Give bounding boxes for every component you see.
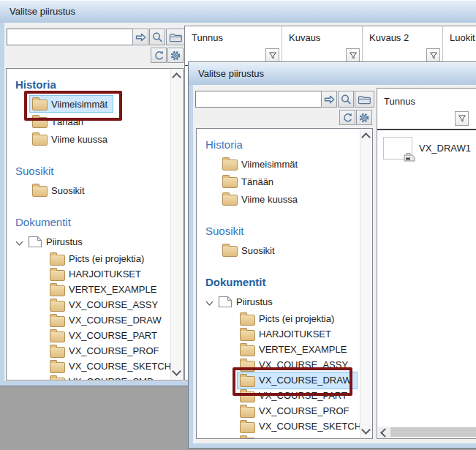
filter-button[interactable] [265,48,279,63]
tree-section-suosikit: Suosikit [15,164,171,179]
tree-item-vx-course-assy[interactable]: VX_COURSE_ASSY [197,357,360,372]
folder-icon [32,135,48,146]
folder-icon [240,391,255,402]
document-icon [28,236,42,248]
filter-funnel-icon [268,51,277,60]
folder-icon [222,177,238,188]
filter-button[interactable] [426,48,440,63]
folder-icon [240,376,255,387]
folder-icon [358,94,371,105]
folder-icon [222,246,238,257]
scroll-left-icon[interactable] [380,428,390,438]
folder-icon [50,331,65,342]
folder-icon [50,347,65,358]
refresh-button[interactable] [151,48,167,63]
tree-item-harjoitukset[interactable]: HARJOITUKSET [7,266,171,282]
gear-icon [358,112,370,124]
tree-item-vx-course-draw[interactable]: VX_COURSE_DRAW [7,312,171,328]
column-tunnus[interactable]: Tunnus [185,26,282,65]
column-luokit[interactable]: Luokit [443,26,476,65]
scroll-up-icon[interactable] [172,72,181,82]
folder-icon [50,316,65,327]
tree-item-harjoitukset[interactable]: HARJOITUKSET [197,326,360,342]
scroll-down-icon[interactable] [172,367,181,376]
search-go-button[interactable] [132,29,148,45]
go-arrow-icon [323,94,336,105]
folder-icon [169,31,183,43]
tree-section-dokumentit: Dokumentit [15,215,171,230]
folder-tree: Historia Viimeisimmät Tänään Viime kuuss… [7,69,171,380]
filter-button[interactable] [455,111,469,126]
folder-icon [222,160,238,170]
browse-folder-button[interactable] [166,29,186,45]
scroll-down-icon[interactable] [361,425,371,435]
tree-item-vertex-example[interactable]: VERTEX_EXAMPLE [197,342,360,357]
column-header-row: Tunnus Kuvaus Kuvaus 2 Luokit [185,26,476,66]
folder-icon [32,117,48,128]
column-kuvaus-2[interactable]: Kuvaus 2 [363,26,443,65]
tree-item-picts[interactable]: Picts (ei projektia) [7,251,171,266]
folder-icon [50,255,65,266]
scrollbar-thumb[interactable] [390,427,476,437]
column-tunnus[interactable]: Tunnus [377,89,476,130]
titlebar-back[interactable]: Valitse piirustus [0,0,476,23]
tree-item-vx-course-prof[interactable]: VX_COURSE_PROF [197,403,360,419]
tree-item-vx-course-assy[interactable]: VX_COURSE_ASSY [7,297,171,312]
search-icon [151,31,163,43]
tree-item-vx-course-prof[interactable]: VX_COURSE_PROF [7,343,171,359]
tree-section-historia: Historia [15,78,171,92]
folder-tree-panel: Historia Viimeisimmät Tänään Viime kuuss… [196,128,373,439]
filter-button[interactable] [346,48,360,63]
column-kuvaus[interactable]: Kuvaus [282,26,363,65]
tree-item-tanaan[interactable]: Tänään [7,113,171,130]
tree-item-vx-course-part[interactable]: VX_COURSE_PART [7,328,171,343]
window-title: Valitse piirustus [10,6,75,17]
browse-folder-button[interactable] [355,91,374,108]
search-button[interactable] [149,29,165,45]
tree-item-tanaan[interactable]: Tänään [197,173,360,190]
tree-item-viimeisimmat[interactable]: Viimeisimmät [7,95,171,113]
search-input[interactable] [7,29,137,45]
folder-icon [32,100,48,110]
tree-item-suosikit[interactable]: Suosikit [7,181,171,199]
tree-item-viime-kuussa[interactable]: Viime kuussa [7,130,171,148]
search-button[interactable] [338,91,354,108]
titlebar-front[interactable]: Valitse piirustus [189,62,476,85]
folder-icon [240,407,255,418]
tree-item-viime-kuussa[interactable]: Viime kuussa [197,190,360,208]
tree-item-vertex-example[interactable]: VERTEX_EXAMPLE [7,282,171,297]
folder-icon [50,285,65,296]
tree-node-piirustus[interactable]: Piirustus [7,233,171,251]
tree-item-suosikit[interactable]: Suosikit [197,241,360,259]
scroll-up-icon[interactable] [361,132,371,142]
folder-icon [32,186,48,197]
tree-item-vx-course-smd[interactable]: VX_COURSE_SMD [197,434,360,438]
refresh-button[interactable] [339,110,355,125]
tree-item-vx-course-smd[interactable]: VX_COURSE_SMD [7,374,171,380]
search-go-button[interactable] [321,91,337,108]
settings-button[interactable] [167,48,184,63]
drawing-thumbnail-icon [383,137,412,160]
tree-item-vx-course-draw[interactable]: VX_COURSE_DRAW [197,372,360,388]
horizontal-scrollbar[interactable] [378,427,476,438]
go-arrow-icon [135,31,147,43]
search-input[interactable] [195,91,325,108]
list-item-vx-draw1[interactable]: VX_DRAW1 [383,137,476,160]
tree-item-vx-course-part[interactable]: VX_COURSE_PART [197,388,360,403]
chevron-down-icon[interactable] [16,239,23,246]
tree-scrollbar[interactable] [360,130,371,438]
folder-icon [50,270,65,281]
refresh-icon [153,50,165,61]
tree-section-historia: Historia [205,138,360,152]
tree-item-viimeisimmat[interactable]: Viimeisimmät [197,155,360,173]
tree-section-suosikit: Suosikit [205,224,360,239]
gear-icon [170,50,181,61]
tree-scrollbar[interactable] [170,70,182,379]
chevron-down-icon[interactable] [206,299,214,306]
tree-item-vx-course-sketch[interactable]: VX_COURSE_SKETCH [7,359,171,374]
settings-button[interactable] [356,110,372,125]
tree-node-piirustus[interactable]: Piirustus [197,293,360,311]
tree-item-vx-course-sketch[interactable]: VX_COURSE_SKETCH [197,419,360,434]
folder-icon [240,422,255,433]
tree-item-picts[interactable]: Picts (ei projektia) [197,311,360,326]
